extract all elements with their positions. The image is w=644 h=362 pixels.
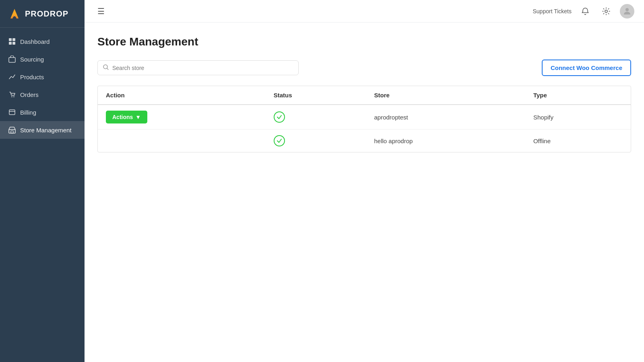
- app-logo-icon: [7, 6, 22, 21]
- orders-icon: [8, 90, 16, 99]
- sidebar-item-sourcing-label: Sourcing: [20, 56, 44, 63]
- svg-point-8: [11, 96, 12, 97]
- bell-icon: [581, 7, 589, 15]
- settings-button[interactable]: [599, 6, 613, 17]
- svg-rect-3: [9, 38, 12, 41]
- sidebar-logo: PRODROP: [0, 0, 85, 28]
- sourcing-icon: [8, 55, 16, 63]
- app-name: PRODROP: [25, 9, 68, 19]
- row2-type-cell: Offline: [525, 130, 631, 152]
- sidebar-item-orders-label: Orders: [20, 91, 39, 98]
- store-management-icon: [8, 126, 16, 134]
- row2-store-cell: hello aprodrop: [366, 130, 525, 152]
- svg-point-15: [625, 8, 629, 11]
- svg-line-17: [107, 68, 108, 70]
- sidebar-item-dashboard[interactable]: Dashboard: [0, 33, 85, 50]
- col-store: Store: [366, 86, 525, 105]
- stores-table-container: Action Status Store Type Actions ▼: [97, 86, 631, 152]
- sidebar-item-billing-label: Billing: [20, 109, 36, 116]
- table-row: Actions ▼ aprodroptest Shopify: [98, 105, 631, 130]
- svg-rect-5: [9, 42, 12, 45]
- page-title: Store Management: [97, 35, 631, 48]
- svg-point-9: [13, 96, 14, 97]
- svg-rect-10: [9, 110, 15, 115]
- row1-action-cell: Actions ▼: [98, 105, 266, 130]
- svg-rect-4: [12, 38, 15, 41]
- search-input[interactable]: [112, 65, 293, 71]
- table-header-row: Action Status Store Type: [98, 86, 631, 105]
- support-tickets-link[interactable]: Support Tickets: [533, 8, 572, 14]
- hamburger-button[interactable]: ☰: [94, 5, 108, 18]
- row1-status-cell: [266, 105, 366, 130]
- sidebar-item-billing[interactable]: Billing: [0, 103, 85, 121]
- notification-button[interactable]: [578, 6, 592, 17]
- status-active-icon: [274, 111, 285, 123]
- stores-table: Action Status Store Type Actions ▼: [98, 86, 631, 152]
- row1-store-cell: aprodroptest: [366, 105, 525, 130]
- sidebar-item-dashboard-label: Dashboard: [20, 38, 50, 45]
- svg-rect-12: [9, 130, 15, 133]
- search-icon: [103, 64, 109, 72]
- table-row: hello aprodrop Offline: [98, 130, 631, 152]
- svg-rect-6: [12, 42, 15, 45]
- sidebar: PRODROP Dashboard Sourcing Products Orde…: [0, 0, 85, 362]
- header: ☰ Support Tickets: [85, 0, 644, 23]
- search-box: [97, 60, 299, 75]
- row1-type-cell: Shopify: [525, 105, 631, 130]
- col-action: Action: [98, 86, 266, 105]
- sidebar-item-sourcing[interactable]: Sourcing: [0, 50, 85, 68]
- products-icon: [8, 73, 16, 81]
- sidebar-item-store-management-label: Store Management: [20, 127, 72, 134]
- sidebar-item-orders[interactable]: Orders: [0, 86, 85, 103]
- col-status: Status: [266, 86, 366, 105]
- billing-icon: [8, 108, 16, 116]
- avatar[interactable]: [620, 4, 634, 19]
- gear-icon: [602, 7, 610, 15]
- connect-woo-commerce-button[interactable]: Connect Woo Commerce: [542, 60, 631, 76]
- col-type: Type: [525, 86, 631, 105]
- sidebar-nav: Dashboard Sourcing Products Orders Billi…: [0, 28, 85, 362]
- status-active-icon: [274, 135, 285, 146]
- sidebar-item-store-management[interactable]: Store Management: [0, 121, 85, 139]
- user-icon: [622, 6, 632, 16]
- svg-point-14: [605, 10, 607, 12]
- actions-button-label: Actions: [112, 114, 133, 120]
- svg-rect-13: [11, 131, 13, 133]
- sidebar-item-products[interactable]: Products: [0, 68, 85, 86]
- svg-rect-7: [9, 58, 15, 62]
- page-content: Store Management Connect Woo Commerce Ac…: [85, 23, 644, 362]
- row2-status-cell: [266, 130, 366, 152]
- actions-dropdown-button[interactable]: Actions ▼: [106, 111, 147, 123]
- sidebar-item-products-label: Products: [20, 74, 44, 80]
- chevron-down-icon: ▼: [135, 114, 141, 120]
- dashboard-icon: [8, 37, 16, 45]
- svg-marker-0: [10, 9, 19, 19]
- row2-action-cell: [98, 130, 266, 152]
- main-area: ☰ Support Tickets Store Management Conne…: [85, 0, 644, 362]
- toolbar: Connect Woo Commerce: [97, 60, 631, 76]
